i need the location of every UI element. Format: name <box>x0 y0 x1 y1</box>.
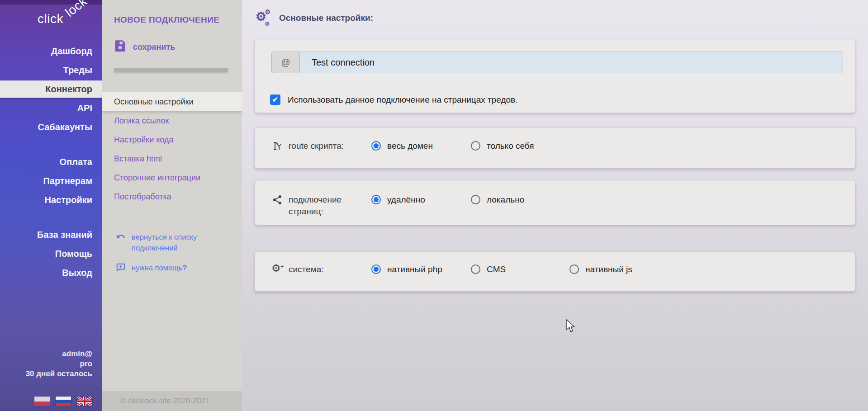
page-title-row: ⚙⚙⚙ Основные настройки: <box>256 11 373 25</box>
menu-item-postprocessing[interactable]: Постобработка <box>102 187 242 206</box>
need-help-label: нужна помощь? <box>132 262 187 273</box>
save-button-label: сохранить <box>133 43 175 52</box>
radio-selected-icon[interactable] <box>371 265 381 274</box>
system-label: ⚙✦ система: <box>271 264 371 275</box>
clicklock-logo[interactable]: click lock <box>0 0 102 42</box>
menu-item-link-logic[interactable]: Логика ссылок <box>102 111 242 130</box>
menu-item-integrations[interactable]: Сторонние интеграции <box>102 168 242 187</box>
app-window: click lock Дашборд Треды Коннектор API С… <box>0 0 868 411</box>
sidebar-item-api[interactable]: API <box>0 99 102 118</box>
sidebar-item-connector[interactable]: Коннектор <box>0 80 102 98</box>
system-row: ⚙✦ система: нативный php CMS нативный js <box>271 264 843 275</box>
radio-unselected-icon[interactable] <box>569 265 579 274</box>
script-route-label: route скрипта: <box>271 140 371 152</box>
menu-item-code-settings[interactable]: Настройки кода <box>102 130 242 149</box>
radio-selected-icon[interactable] <box>371 195 381 204</box>
system-panel: ⚙✦ система: нативный php CMS нативный js <box>255 252 855 292</box>
page-title: Основные настройки: <box>279 13 373 23</box>
menu-item-html-insert[interactable]: Вставка html <box>102 149 242 168</box>
sidebar-item-help[interactable]: Помощь <box>0 244 102 263</box>
need-help-link[interactable]: нужна помощь? <box>116 262 220 275</box>
sidebar-item-threads[interactable]: Треды <box>0 61 102 80</box>
menu-item-main-settings[interactable]: Основные настройки <box>102 92 242 111</box>
radio-option-only-self[interactable]: только себя <box>471 140 570 151</box>
account-email: admin@ <box>26 349 92 359</box>
radio-option-native-js[interactable]: нативный js <box>569 264 669 275</box>
language-switcher <box>34 397 92 406</box>
sidebar-spacer <box>0 137 102 152</box>
connection-name-input[interactable] <box>299 52 843 73</box>
page-connection-panel: подключение страниц: удалённо локально <box>255 180 855 225</box>
save-icon <box>114 40 126 54</box>
save-button[interactable]: сохранить <box>114 40 175 54</box>
radio-option-native-php[interactable]: нативный php <box>371 264 471 275</box>
radio-option-whole-domain[interactable]: весь домен <box>371 140 471 151</box>
help-comment-icon <box>116 262 126 275</box>
connection-name-group: @ <box>271 52 843 73</box>
connection-name-panel: @ ✔ Использовать данное подключение на с… <box>255 39 855 113</box>
logo-part-lock: lock <box>63 0 90 20</box>
radio-unselected-icon[interactable] <box>471 265 480 274</box>
script-route-panel: route скрипта: весь домен только себя <box>255 127 855 169</box>
undo-icon <box>116 231 126 244</box>
connection-links: вернуться к списку подключений нужна пом… <box>116 231 220 275</box>
radio-unselected-icon[interactable] <box>471 141 480 151</box>
sidebar-spacer <box>0 209 102 225</box>
script-route-row: route скрипта: весь домен только себя <box>271 140 843 152</box>
sidebar-item-settings[interactable]: Настройки <box>0 190 102 209</box>
account-info: admin@ pro 30 дней осталось <box>26 349 92 379</box>
at-sign-addon: @ <box>271 52 299 73</box>
connection-title: НОВОЕ ПОДКЛЮЧЕНИЕ <box>114 15 219 25</box>
back-to-list-label: вернуться к списку подключений <box>132 231 206 253</box>
uk-flag-icon[interactable] <box>77 397 92 406</box>
account-plan: pro <box>26 359 92 369</box>
sidebar-item-payment[interactable]: Оплата <box>0 152 102 171</box>
use-on-threads-checkbox-row[interactable]: ✔ Использовать данное подключение на стр… <box>270 94 517 105</box>
logo-part-click: click <box>38 12 63 26</box>
page-connection-row: подключение страниц: удалённо локально <box>271 194 843 217</box>
checkbox-label: Использовать данное подключение на стран… <box>288 95 517 105</box>
radio-selected-icon[interactable] <box>371 141 381 151</box>
sidebar-item-subaccounts[interactable]: Сабакаунты <box>0 118 102 137</box>
sidebar-item-partners[interactable]: Партнерам <box>0 171 102 190</box>
sidebar: click lock Дашборд Треды Коннектор API С… <box>0 0 102 411</box>
page-connection-label: подключение страниц: <box>271 194 371 217</box>
main-content: ⚙⚙⚙ Основные настройки: @ ✔ Использовать… <box>242 0 868 411</box>
checkbox-checked-icon[interactable]: ✔ <box>270 94 280 105</box>
sidebar-item-logout[interactable]: Выход <box>0 263 102 282</box>
account-days-left: 30 дней осталось <box>26 369 92 379</box>
poland-flag-icon[interactable] <box>34 397 50 406</box>
radio-option-remote[interactable]: удалённо <box>371 194 471 205</box>
connection-column: НОВОЕ ПОДКЛЮЧЕНИЕ сохранить Основные нас… <box>102 0 242 411</box>
route-fork-icon <box>271 140 283 152</box>
sidebar-item-knowledge-base[interactable]: База знаний <box>0 225 102 244</box>
system-gear-icon: ⚙✦ <box>271 264 283 275</box>
radio-unselected-icon[interactable] <box>471 195 480 204</box>
connection-menu: Основные настройки Логика ссылок Настрой… <box>102 92 242 206</box>
divider <box>114 68 228 71</box>
back-to-list-link[interactable]: вернуться к списку подключений <box>116 231 220 253</box>
sidebar-item-dashboard[interactable]: Дашборд <box>0 42 102 61</box>
gears-icon: ⚙⚙⚙ <box>256 11 272 25</box>
russia-flag-icon[interactable] <box>56 397 71 406</box>
radio-option-local[interactable]: локально <box>471 194 570 205</box>
radio-option-cms[interactable]: CMS <box>471 264 569 275</box>
share-icon <box>271 194 283 206</box>
copyright-footer: © clicklock.site 2020-2021 <box>102 391 242 411</box>
